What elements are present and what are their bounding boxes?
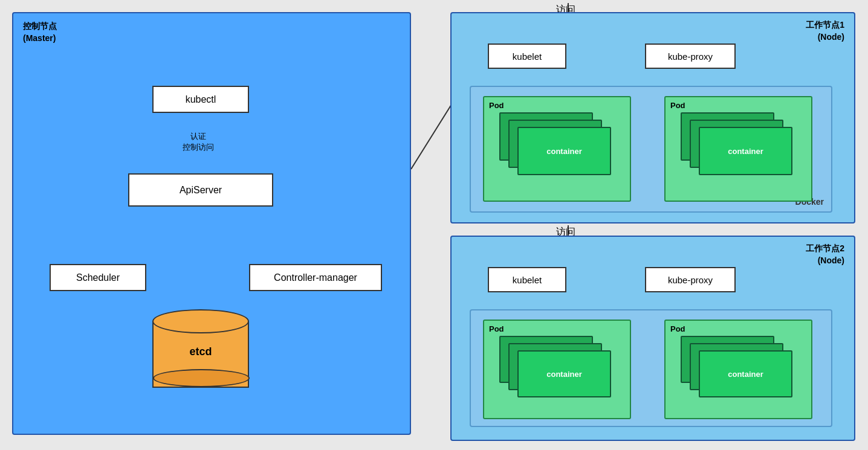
etcd-top — [152, 309, 249, 333]
worker1-pod2-stack: container — [681, 112, 795, 191]
worker2-label: 工作节点2 (Node) — [806, 243, 844, 266]
etcd-bottom-ellipse — [153, 369, 250, 387]
worker1-kubelet-box: kubelet — [488, 43, 566, 69]
worker2-pod2: Pod container — [664, 320, 812, 419]
master-node: 控制节点 (Master) kubectl 认证控制访问 ApiServer S… — [12, 12, 411, 435]
worker1-title1: 工作节点1 — [806, 20, 844, 30]
worker2-title1: 工作节点2 — [806, 243, 844, 253]
worker-node-2: 工作节点2 (Node) kubelet kube-proxy Pod cont… — [450, 236, 855, 441]
master-label: 控制节点 (Master) — [23, 21, 57, 44]
kubectl-label: kubectl — [186, 94, 216, 105]
worker1-pod2: Pod container — [664, 96, 812, 202]
apiserver-box: ApiServer — [128, 173, 273, 207]
worker2-container2: container — [699, 350, 792, 397]
worker2-pod1-stack: container — [499, 336, 614, 411]
auth-label: 认证控制访问 — [183, 131, 214, 153]
controller-label: Controller-manager — [274, 272, 357, 283]
controller-box: Controller-manager — [249, 264, 382, 291]
etcd-container: etcd — [152, 309, 249, 400]
worker1-pod2-label: Pod — [670, 101, 685, 110]
apiserver-label: ApiServer — [180, 185, 222, 196]
scheduler-box: Scheduler — [50, 264, 146, 291]
worker2-docker-area: Pod container Pod container — [470, 309, 832, 427]
worker2-pod1: Pod container — [483, 320, 631, 419]
worker2-kubelet-label: kubelet — [513, 275, 542, 285]
worker1-kubeproxy-label: kube-proxy — [668, 51, 713, 62]
worker1-kubelet-label: kubelet — [513, 51, 542, 62]
worker1-container2: container — [699, 127, 792, 175]
worker2-pod2-stack: container — [681, 336, 795, 411]
master-title-line1: 控制节点 — [23, 21, 57, 31]
worker2-kubelet-box: kubelet — [488, 267, 566, 292]
kubectl-box: kubectl — [152, 86, 249, 113]
scheduler-label: Scheduler — [76, 272, 120, 283]
etcd-label: etcd — [152, 346, 249, 358]
worker1-container1: container — [517, 127, 611, 175]
worker1-title2: (Node) — [818, 32, 844, 42]
worker2-title2: (Node) — [818, 256, 844, 265]
worker1-pod1-label: Pod — [489, 101, 504, 110]
auth-text: 认证控制访问 — [183, 132, 214, 152]
worker1-label: 工作节点1 (Node) — [806, 19, 844, 43]
worker2-pod2-label: Pod — [670, 324, 685, 333]
master-title-line2: (Master) — [23, 33, 56, 43]
diagram-wrapper: 控制节点 (Master) kubectl 认证控制访问 ApiServer S… — [0, 0, 868, 450]
worker1-pod1-stack: container — [499, 112, 614, 191]
worker1-kubeproxy-box: kube-proxy — [645, 43, 736, 69]
worker-node-1: 工作节点1 (Node) kubelet kube-proxy Docker P… — [450, 12, 855, 223]
worker2-container1: container — [517, 350, 611, 397]
worker2-pod1-label: Pod — [489, 324, 504, 333]
worker1-pod1: Pod container — [483, 96, 631, 202]
worker2-kubeproxy-label: kube-proxy — [668, 275, 713, 285]
worker2-kubeproxy-box: kube-proxy — [645, 267, 736, 292]
worker1-docker-area: Docker Pod container Pod container — [470, 86, 832, 213]
